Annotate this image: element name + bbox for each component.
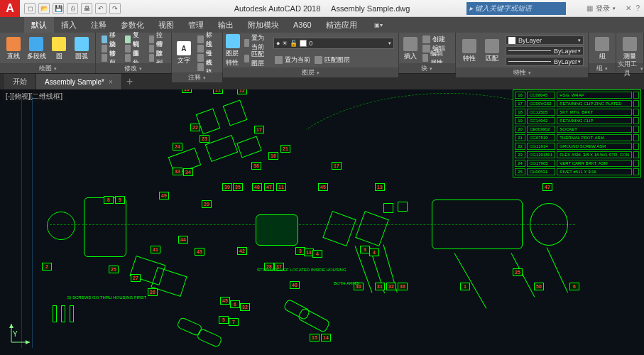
balloon: 9 (115, 196, 125, 204)
button-label: 圆弧 (75, 52, 88, 61)
qat-open-icon[interactable]: 📂 (38, 3, 50, 14)
button-label: 特性 (463, 54, 476, 63)
close-tab-icon[interactable]: × (109, 78, 113, 86)
help-icon[interactable]: ? (635, 4, 640, 12)
button-label: 插入 (404, 52, 417, 61)
ribbon-group-label[interactable]: 图层 (223, 67, 398, 77)
part-screw (53, 305, 57, 322)
ribbon-tab-视图[interactable]: 视图 (151, 17, 181, 33)
ribbon-tab-默认[interactable]: 默认 (24, 17, 54, 33)
app-name: Autodesk AutoCAD 2018 (234, 4, 321, 13)
qat-save-icon[interactable]: 💾 (53, 3, 64, 14)
ribbon-overflow-icon[interactable]: ▣▾ (374, 22, 383, 28)
ribbon-group-label[interactable]: 组 (589, 63, 616, 73)
table-button[interactable]: 表格 (196, 62, 218, 72)
ribbon-group-label[interactable]: 块 (399, 63, 455, 73)
part-end-cap-left (47, 212, 75, 240)
setcur-icon (244, 39, 249, 47)
balloon: 15 (310, 334, 320, 342)
balloon: 50 (534, 283, 544, 290)
part-bracket (205, 135, 238, 162)
balloon: 36 (398, 283, 408, 290)
bylayer-dropdown[interactable]: ByLayer▾ (506, 36, 584, 45)
balloon: 29 (202, 200, 212, 208)
guide-line (21, 97, 22, 348)
ribbon-group-label[interactable]: 特性 (456, 67, 588, 77)
qat-new-icon[interactable]: ◻ (24, 3, 36, 14)
line-button[interactable]: 直线 (3, 34, 24, 63)
text-button[interactable]: A文字 (175, 34, 193, 72)
ribbon-group-utilities: 测量实用工具 (616, 33, 644, 73)
balloon: 26 (148, 288, 158, 296)
viewport-label[interactable]: [-][俯视][二维线框] (3, 91, 65, 102)
ribbon-group-label[interactable]: 修改 (96, 63, 171, 73)
match-button[interactable]: 匹配图层 (313, 55, 351, 65)
balloon: 44 (178, 236, 188, 244)
balloon: 45 (220, 297, 230, 305)
app-logo[interactable]: A (0, 0, 20, 17)
qat-undo-icon[interactable]: ↶ (95, 3, 107, 14)
editattr-button[interactable]: 编辑属性 (421, 53, 451, 62)
login-button[interactable]: 登录 ▾ (586, 4, 616, 13)
button-label: 匹配图层 (251, 50, 268, 68)
insert-icon (403, 37, 417, 51)
bom-row: 17CC09VG52RETAINING CLIP ZINC PLATED (515, 100, 639, 107)
file-tab-assembly[interactable]: Assembly Sample* × (36, 74, 122, 89)
ucs-icon[interactable]: Y (7, 321, 33, 348)
balloon: 25 (109, 266, 119, 273)
insert-button[interactable]: 插入 (402, 34, 418, 63)
fillet-button[interactable]: 圆角 (124, 53, 143, 62)
qat-saveas-icon[interactable]: ⎙ (67, 3, 78, 14)
match-button[interactable]: 匹配图层 (243, 54, 269, 63)
create-button[interactable]: 创建 (421, 35, 451, 44)
balloon: 13 (375, 183, 385, 191)
setcur-button[interactable]: 置为当前 (273, 55, 312, 65)
qat-redo-icon[interactable]: ↷ (109, 3, 121, 14)
part-large-cylinder (432, 200, 523, 249)
balloon: 45 (318, 183, 328, 191)
balloon: 34 (183, 168, 193, 176)
ribbon-tab-插入[interactable]: 插入 (54, 17, 84, 33)
new-tab-button[interactable]: + (122, 74, 138, 89)
ribbon-group-label[interactable]: 注释 (172, 72, 222, 82)
polyline-button[interactable]: 多段线 (26, 34, 47, 63)
arc-icon (75, 37, 89, 51)
balloon: 11 (276, 183, 286, 191)
ribbon-group-modify: 移动旋转修剪复制镜像圆角拉伸缩放阵列修改 (96, 33, 172, 73)
trim-button[interactable]: 修剪 (100, 53, 119, 62)
layerprops-button[interactable]: 图层特性 (226, 34, 240, 67)
balloon: 5 (219, 316, 229, 324)
bylayer-dropdown[interactable]: ByLayer▾ (506, 46, 584, 55)
array-icon (149, 54, 155, 62)
array-button[interactable]: 阵列 (148, 53, 167, 62)
setcur-icon (275, 56, 283, 64)
balloon: 4 (369, 248, 379, 256)
arc-button[interactable]: 圆弧 (71, 34, 92, 63)
balloon: 7 (229, 318, 239, 326)
ucs-y-label: Y (13, 330, 18, 338)
qat-print-icon[interactable]: 🖶 (81, 3, 92, 14)
ribbon-group-label[interactable]: 实用工具 (616, 63, 643, 73)
ribbon: 直线多段线圆圆弧绘图移动旋转修剪复制镜像圆角拉伸缩放阵列修改A文字标注线性引线表… (0, 33, 644, 74)
ribbon-tab-A360[interactable]: A360 (286, 17, 319, 33)
ribbon-tab-附加模块[interactable]: 附加模块 (241, 17, 286, 33)
group-button[interactable]: 组 (591, 34, 613, 63)
ribbon-group-label[interactable]: 绘图 (0, 63, 95, 73)
drawing-canvas[interactable]: [-][俯视][二维线框] 16CC08045HSG. WRAP17CC09VG… (0, 89, 644, 355)
ribbon-tab-精选应用[interactable]: 精选应用 (319, 17, 364, 33)
exchange-icon[interactable]: ✕ (626, 4, 631, 12)
bylayer-dropdown[interactable]: ByLayer▾ (506, 57, 584, 66)
circle-button[interactable]: 圆 (48, 34, 70, 63)
matchprop-button[interactable]: 匹配 (481, 34, 503, 67)
button-label: 图层特性 (226, 49, 240, 67)
file-tab-start[interactable]: 开始 (4, 74, 36, 89)
current-layer-dropdown[interactable]: ●☀🔓0▾ (273, 38, 394, 49)
setcur-button[interactable]: 置为当前 (243, 38, 269, 48)
props-button[interactable]: 特性 (459, 34, 480, 67)
edit-icon (422, 45, 430, 53)
bom-row: 18CC12505SKT. MTG. BRKT (515, 109, 639, 116)
part-small-cyl (297, 307, 330, 334)
balloon: 49 (159, 192, 169, 200)
part-end-cap-right (530, 203, 568, 246)
help-search-input[interactable]: ▸ 键入关键字或短语 (466, 2, 566, 15)
